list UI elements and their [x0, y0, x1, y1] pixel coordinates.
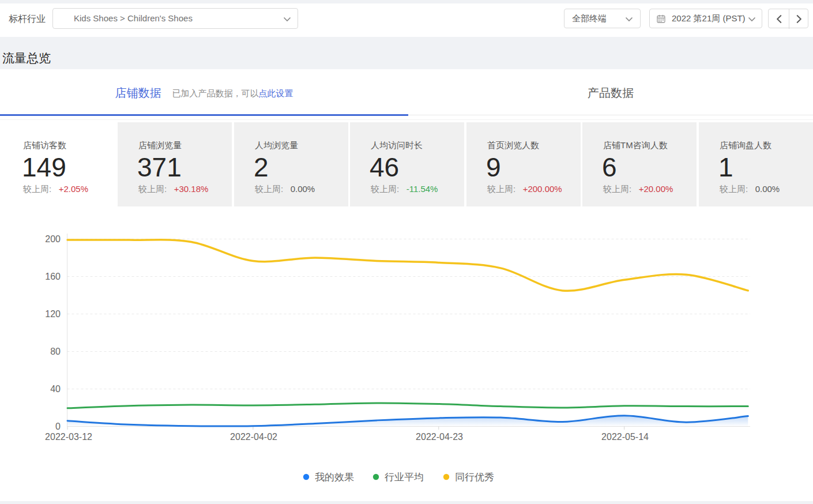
- svg-text:2022-04-02: 2022-04-02: [230, 432, 277, 442]
- svg-text:200: 200: [45, 234, 61, 244]
- svg-text:2022-03-12: 2022-03-12: [45, 432, 92, 442]
- svg-text:160: 160: [45, 272, 61, 281]
- svg-text:2022-04-23: 2022-04-23: [416, 432, 463, 442]
- svg-text:2022-05-14: 2022-05-14: [601, 432, 649, 442]
- svg-text:80: 80: [50, 347, 61, 356]
- svg-text:我的效果: 我的效果: [315, 472, 354, 483]
- svg-text:40: 40: [50, 384, 61, 394]
- svg-text:同行优秀: 同行优秀: [455, 472, 494, 483]
- svg-text:120: 120: [45, 309, 61, 319]
- svg-text:0: 0: [55, 422, 61, 431]
- svg-text:行业平均: 行业平均: [385, 472, 424, 483]
